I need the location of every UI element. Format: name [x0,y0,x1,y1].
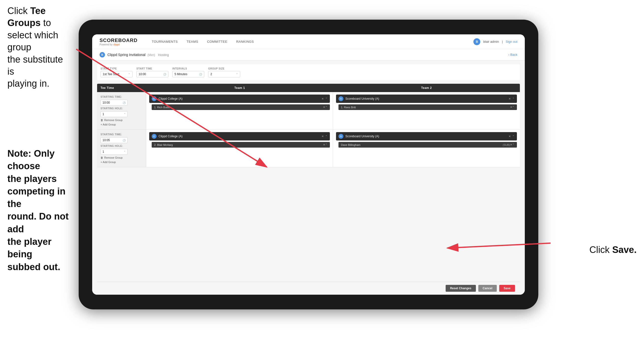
team2-controls-2: ✕ ⌃ [508,135,514,138]
tee-groups-bold: Tee Groups [7,6,46,28]
intervals-clock: 🕐 [199,73,202,76]
team1-icon-1: C [152,96,156,101]
navbar-avatar: B [474,38,480,45]
starting-time-value-2: 10:05 [102,138,110,142]
start-type-input[interactable]: 1st Tee Start ⌃ [100,71,132,77]
player2-arrows-2[interactable]: ⌃ [512,143,514,146]
group-size-arrow: ⌃ [236,73,238,76]
team1-arrows-2[interactable]: ⌃ [325,135,328,138]
start-time-field: Start Time 10:00 🕐 [136,67,168,77]
starting-hole-value-2: 1 [102,150,104,153]
note-prefix: Note: Only choose [7,148,54,171]
player1-2[interactable]: 2. Blair McHarg ✕ ⌃ [152,142,330,148]
team2-remove-1[interactable]: ✕ [508,97,511,100]
table-body: STARTING TIME: 10:00 🕐 STARTING HOLE: 1 … [97,92,520,282]
player1-remove-1[interactable]: ✕ [323,106,325,109]
team1-controls-2: ✕ ⌃ [322,135,328,138]
team2-entry-1[interactable]: S Scoreboard University (A) ✕ ⌃ [336,94,517,103]
player2-remove-2[interactable]: ✕ [510,143,512,146]
team1-col-1: C Clippd College (A) ✕ ⌃ 1. Rich Butler … [146,92,333,129]
note-line1: the players [7,174,57,184]
note-line3: round. Do not add [7,211,68,234]
annotation-note: Note: Only choose the players competing … [0,142,84,278]
nav-teams[interactable]: TEAMS [182,38,202,45]
team1-remove-2[interactable]: ✕ [322,135,324,138]
navbar-user: blair admin [483,40,499,43]
save-bold: Save. [612,245,637,255]
group-size-value: 2 [210,72,212,76]
team1-name-2: Clippd College (A) [158,135,320,138]
start-time-label: Start Time [136,67,168,70]
nav-committee[interactable]: COMMITTEE [202,38,232,45]
team2-remove-2[interactable]: ✕ [508,135,511,138]
remove-group-icon-1: 🗑 [100,119,103,122]
team1-controls-1: ✕ ⌃ [322,97,328,100]
content-area: Start Type 1st Tee Start ⌃ Start Time 10… [92,60,525,295]
team1-remove-1[interactable]: ✕ [322,97,324,100]
player1-remove-2[interactable]: ✕ [323,143,325,146]
player2-2[interactable]: Dave Billingham (SUB) ✕ ⌃ [338,142,517,148]
starting-time-label-1: STARTING TIME: [100,95,142,98]
player2-sub-2: (SUB) [503,143,510,146]
logo-scoreboard: SCOREBOARD [100,37,138,43]
team1-entry-1[interactable]: C Clippd College (A) ✕ ⌃ [149,94,330,103]
nav-tournaments[interactable]: TOURNAMENTS [147,38,182,45]
team1-arrows-1[interactable]: ⌃ [325,97,328,100]
group-size-input[interactable]: 2 ⌃ [208,71,240,77]
starting-hole-input-1[interactable]: 1 ⌃ [100,111,128,117]
starting-time-input-2[interactable]: 10:05 🕐 [100,137,128,143]
remove-group-label-2: Remove Group [104,156,123,159]
hosting-badge: Hosting [158,53,169,57]
subheader-title: Clippd Spring Invitational (Men) Hosting [108,53,169,57]
player2-1[interactable]: 1. Rees Britt ✕ ⌃ [338,104,517,110]
start-time-input[interactable]: 10:00 🕐 [136,71,168,77]
team2-icon-2: S [338,134,344,139]
player2-name-2: Dave Billingham [341,143,502,146]
team1-entry-2[interactable]: C Clippd College (A) ✕ ⌃ [149,132,330,140]
navbar-signout[interactable]: Sign out [506,40,518,43]
save-button[interactable]: Save [499,285,515,292]
player1-name-2: 2. Blair McHarg [154,143,323,146]
back-button[interactable]: ‹ Back [508,53,518,56]
remove-group-label-1: Remove Group [104,119,123,122]
intervals-input[interactable]: 5 Minutes 🕐 [172,71,204,77]
add-group-1[interactable]: + Add Group [100,123,142,126]
header-tee-time: Tee Time [97,84,146,92]
tournament-gender: (Men) [148,53,155,57]
annotation-line3: the substitute is [7,54,63,77]
team2-col-2: S Scoreboard University (A) ✕ ⌃ Dave Bil… [333,130,520,167]
starting-time-label-2: STARTING TIME: [100,133,142,136]
logo-poweredby: Powered by clippd [100,43,138,46]
start-time-clock: 🕐 [163,73,166,76]
team2-arrows-1[interactable]: ⌃ [512,97,514,100]
tablet-device: SCOREBOARD Powered by clippd TOURNAMENTS… [79,20,538,310]
navbar-separator: | [502,40,503,43]
player1-1[interactable]: 1. Rich Butler ✕ ⌃ [152,104,330,110]
group-size-field: Group Size 2 ⌃ [208,67,240,77]
player1-arrows-1[interactable]: ⌃ [325,106,328,109]
player2-name-1: 1. Rees Britt [341,106,510,109]
team2-arrows-2[interactable]: ⌃ [512,135,514,138]
annotation-line1: Click Tee Groups to [7,6,51,28]
starting-hole-input-2[interactable]: 1 ⌃ [100,149,128,155]
player2-remove-1[interactable]: ✕ [510,106,512,109]
player1-arrows-2[interactable]: ⌃ [325,143,328,146]
cancel-button[interactable]: Cancel [478,285,497,292]
remove-group-icon-2: 🗑 [100,156,103,159]
add-group-2[interactable]: + Add Group [100,161,142,164]
team2-entry-2[interactable]: S Scoreboard University (A) ✕ ⌃ [336,132,517,140]
starting-time-input-1[interactable]: 10:00 🕐 [100,100,128,106]
player2-arrows-1[interactable]: ⌃ [512,106,514,109]
hole-arrow-2: ⌃ [124,151,126,153]
note-line4: the player being [7,237,52,259]
starting-hole-value-1: 1 [102,112,104,116]
team2-col-1: S Scoreboard University (A) ✕ ⌃ 1. Rees … [333,92,520,129]
intervals-value: 5 Minutes [174,72,187,76]
remove-group-2[interactable]: 🗑 Remove Group [100,156,142,159]
start-time-value: 10:00 [139,72,146,76]
team2-controls-1: ✕ ⌃ [508,97,514,100]
nav-rankings[interactable]: RANKINGS [232,38,258,45]
tee-group-1: STARTING TIME: 10:00 🕐 STARTING HOLE: 1 … [97,92,520,130]
remove-group-1[interactable]: 🗑 Remove Group [100,119,142,122]
reset-changes-button[interactable]: Reset Changes [446,285,476,292]
